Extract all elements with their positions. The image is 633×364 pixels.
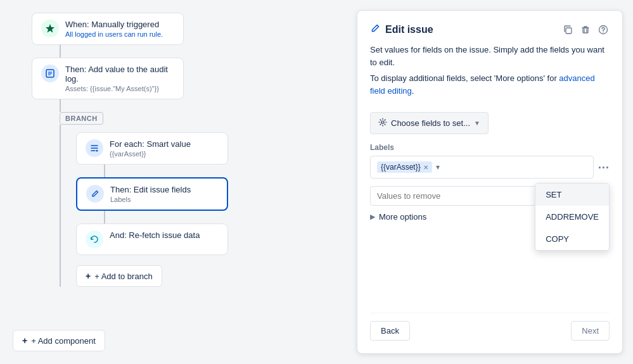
svg-point-6 — [381, 121, 384, 123]
trigger-title: When: Manually triggered — [65, 20, 163, 29]
svg-point-5 — [603, 32, 603, 32]
trigger-subtitle: All logged in users can run rule. — [65, 30, 163, 38]
edit-icon — [86, 185, 104, 203]
trigger-content: When: Manually triggered All logged in u… — [65, 20, 163, 38]
dropdown-item-addremove[interactable]: ADDREMOVE — [535, 206, 609, 228]
panel-title: Edit issue — [385, 24, 433, 35]
choose-fields-label: Choose fields to set... — [391, 118, 470, 128]
edit-issue-title: Then: Edit issue fields — [110, 185, 191, 194]
trigger-node[interactable]: When: Manually triggered All logged in u… — [32, 13, 184, 45]
add-component-button[interactable]: + + Add component — [13, 330, 105, 351]
add-component-label: + Add component — [31, 336, 96, 346]
refetch-icon — [86, 230, 103, 248]
labels-input-row: {{varAsset}} ✕ ▾ ⋯ SET ADDREMOVE COPY — [370, 156, 610, 179]
delete-action-button[interactable] — [579, 23, 592, 36]
next-button[interactable]: Next — [571, 321, 610, 341]
edit-panel-icon — [370, 23, 380, 36]
connector-2 — [60, 99, 61, 112]
more-options-button[interactable]: ⋯ — [598, 160, 610, 174]
refetch-content: And: Re-fetch issue data — [110, 230, 200, 240]
refetch-title: And: Re-fetch issue data — [110, 230, 200, 240]
panel-footer: Back Next — [370, 313, 610, 341]
add-to-branch-button[interactable]: + + Add to branch — [76, 265, 162, 287]
connector-4 — [104, 165, 105, 177]
chevron-down-icon: ▼ — [474, 120, 480, 127]
panel-desc-2: To display additional fields, select 'Mo… — [370, 72, 610, 97]
dropdown-menu: SET ADDREMOVE COPY — [535, 183, 610, 251]
dropdown-item-set[interactable]: SET — [535, 184, 609, 206]
panel-title-row: Edit issue — [370, 23, 433, 36]
add-to-branch-label: + Add to branch — [94, 272, 152, 281]
flow-container: When: Manually triggered All logged in u… — [13, 13, 344, 287]
tag-remove-icon[interactable]: ✕ — [423, 164, 428, 171]
svg-rect-2 — [566, 28, 572, 34]
branch-nodes: For each: Smart value {{varAsset}} Then:… — [76, 132, 228, 255]
audit-icon — [41, 65, 59, 82]
right-panel: Edit issue — [357, 10, 623, 354]
audit-subtitle: Assets: {{issue."My Asset(s)"}} — [65, 85, 174, 92]
choose-fields-button[interactable]: Choose fields to set... ▼ — [370, 112, 489, 134]
back-button[interactable]: Back — [370, 321, 410, 341]
edit-issue-node[interactable]: Then: Edit issue fields Labels — [76, 177, 228, 211]
edit-issue-content: Then: Edit issue fields Labels — [110, 185, 191, 203]
plus-icon: + — [86, 271, 91, 281]
panel-actions — [561, 23, 610, 36]
help-action-button[interactable] — [597, 23, 610, 36]
plus-icon-2: + — [22, 336, 27, 346]
trigger-icon — [41, 20, 59, 37]
foreach-title: For each: Smart value — [110, 139, 191, 149]
audit-content: Then: Add value to the audit log. Assets… — [65, 65, 174, 92]
connector-5 — [104, 211, 105, 223]
branch-section: For each: Smart value {{varAsset}} Then:… — [60, 125, 228, 287]
labels-tag: {{varAsset}} ✕ — [377, 161, 432, 173]
svg-rect-3 — [583, 28, 588, 33]
more-options-container: ⋯ SET ADDREMOVE COPY — [598, 160, 610, 174]
more-options-label: More options — [379, 212, 426, 222]
labels-input[interactable]: {{varAsset}} ✕ ▾ — [370, 156, 594, 179]
chevron-right-icon: ▶ — [370, 213, 375, 221]
labels-dropdown-arrow[interactable]: ▾ — [436, 163, 440, 172]
refetch-node[interactable]: And: Re-fetch issue data — [76, 223, 228, 255]
foreach-node[interactable]: For each: Smart value {{varAsset}} — [76, 132, 228, 165]
panel-header: Edit issue — [370, 23, 610, 36]
left-panel: When: Manually triggered All logged in u… — [0, 0, 357, 364]
dropdown-item-copy[interactable]: COPY — [535, 228, 609, 250]
panel-desc-1: Set values for fields on the issue. Simp… — [370, 44, 610, 68]
labels-section: Labels {{varAsset}} ✕ ▾ ⋯ SET ADDREMOVE … — [370, 143, 610, 179]
foreach-content: For each: Smart value {{varAsset}} — [110, 139, 191, 158]
foreach-icon — [86, 139, 103, 157]
branch-label: BRANCH — [60, 112, 103, 125]
foreach-subtitle: {{varAsset}} — [110, 150, 191, 158]
audit-node[interactable]: Then: Add value to the audit log. Assets… — [32, 58, 184, 99]
audit-title: Then: Add value to the audit log. — [65, 65, 174, 84]
copy-action-button[interactable] — [561, 23, 574, 36]
gear-icon — [378, 118, 387, 129]
edit-issue-subtitle: Labels — [110, 196, 191, 203]
svg-point-1 — [96, 150, 98, 152]
labels-field-label: Labels — [370, 143, 610, 152]
connector-1 — [60, 45, 61, 58]
